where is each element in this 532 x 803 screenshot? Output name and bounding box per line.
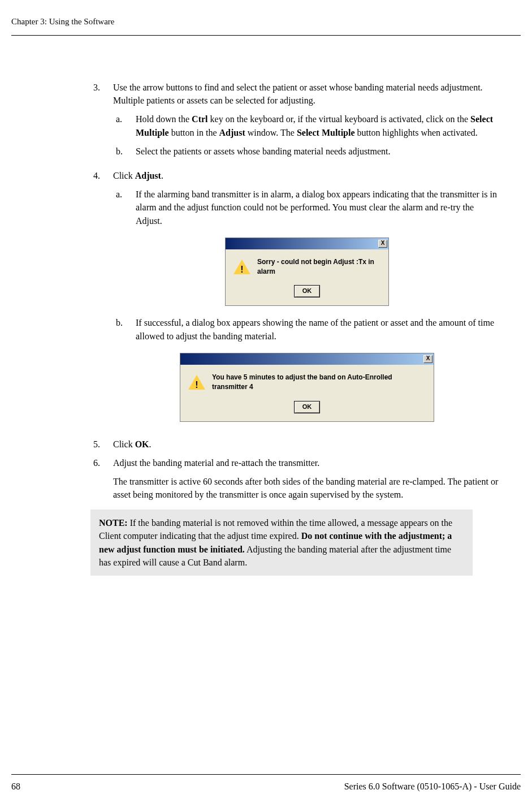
step-3: 3. Use the arrow buttons to find and sel… [93, 81, 501, 163]
dialog-content: ! Sorry - could not begin Adjust :Tx in … [226, 249, 388, 277]
note-box: NOTE: If the banding material is not rem… [90, 510, 473, 576]
step-number: 6. [93, 456, 113, 502]
text-segment: Hold down the [136, 114, 192, 124]
warning-icon: ! [233, 258, 250, 275]
sub-letter: a. [113, 188, 136, 227]
dialog-titlebar: X [226, 238, 388, 249]
sub-text: If successful, a dialog box appears show… [136, 316, 501, 342]
step-4a: a. If the alarming band transmitter is i… [113, 188, 501, 227]
sub-letter: b. [113, 145, 136, 158]
close-icon[interactable]: X [378, 240, 387, 248]
step-3b: b. Select the patients or assets whose b… [113, 145, 501, 158]
text-segment: . [161, 171, 163, 180]
dialog-message: Sorry - could not begin Adjust :Tx in al… [257, 257, 380, 277]
step-number: 5. [93, 438, 113, 451]
dialog-button-row: OK [226, 277, 388, 305]
main-content: 3. Use the arrow buttons to find and sel… [93, 81, 501, 576]
dialog-1-wrap: X ! Sorry - could not begin Adjust :Tx i… [113, 238, 501, 306]
page-number: 68 [11, 782, 20, 792]
error-dialog: X ! Sorry - could not begin Adjust :Tx i… [225, 238, 389, 306]
dialog-button-row: OK [180, 392, 434, 421]
bold-adjust: Adjust [219, 128, 245, 137]
doc-title: Series 6.0 Software (0510-1065-A) - User… [344, 782, 521, 792]
bold-adjust: Adjust [135, 171, 161, 180]
sub-text: Select the patients or assets whose band… [136, 145, 501, 158]
step-text: Use the arrow buttons to find and select… [113, 83, 483, 105]
step-number: 4. [93, 169, 113, 432]
dialog-2-wrap: X ! You have 5 minutes to adjust the ban… [113, 353, 501, 422]
step-4b: b. If successful, a dialog box appears s… [113, 316, 501, 342]
warning-icon: ! [188, 374, 205, 391]
text-segment: button highlights when activated. [355, 128, 478, 137]
step-4: 4. Click Adjust. a. If the alarming band… [93, 169, 501, 432]
step-followup: The transmitter is active 60 seconds aft… [113, 475, 501, 501]
bold-ok: OK [135, 439, 149, 449]
dialog-message: You have 5 minutes to adjust the band on… [212, 373, 426, 392]
text-segment: Click [113, 439, 135, 449]
step-text: Adjust the banding material and re-attac… [113, 458, 319, 468]
step-3a: a. Hold down the Ctrl key on the keyboar… [113, 113, 501, 139]
chapter-header: Chapter 3: Using the Software [11, 17, 521, 36]
text-segment: Click [113, 171, 135, 180]
ok-button[interactable]: OK [294, 285, 321, 297]
text-segment: window. The [245, 128, 297, 137]
note-label: NOTE: [99, 518, 128, 528]
text-segment: key on the keyboard or, if the virtual k… [208, 114, 471, 124]
dialog-titlebar: X [180, 353, 434, 365]
text-segment: . [149, 439, 152, 449]
step-6: 6. Adjust the banding material and re-at… [93, 456, 501, 502]
exclamation-icon: ! [188, 378, 205, 391]
dialog-content: ! You have 5 minutes to adjust the band … [180, 365, 434, 392]
bold-select-multiple: Select Multiple [297, 128, 355, 137]
sub-letter: a. [113, 113, 136, 139]
ok-button[interactable]: OK [294, 401, 321, 413]
page-footer: 68 Series 6.0 Software (0510-1065-A) - U… [11, 774, 521, 792]
success-dialog: X ! You have 5 minutes to adjust the ban… [180, 353, 434, 422]
sub-text: If the alarming band transmitter is in a… [136, 188, 501, 227]
close-icon[interactable]: X [423, 355, 432, 363]
bold-ctrl: Ctrl [192, 114, 207, 124]
text-segment: button in the [169, 128, 219, 137]
exclamation-icon: ! [233, 263, 250, 276]
step-5: 5. Click OK. [93, 438, 501, 451]
sub-letter: b. [113, 316, 136, 342]
step-number: 3. [93, 81, 113, 163]
